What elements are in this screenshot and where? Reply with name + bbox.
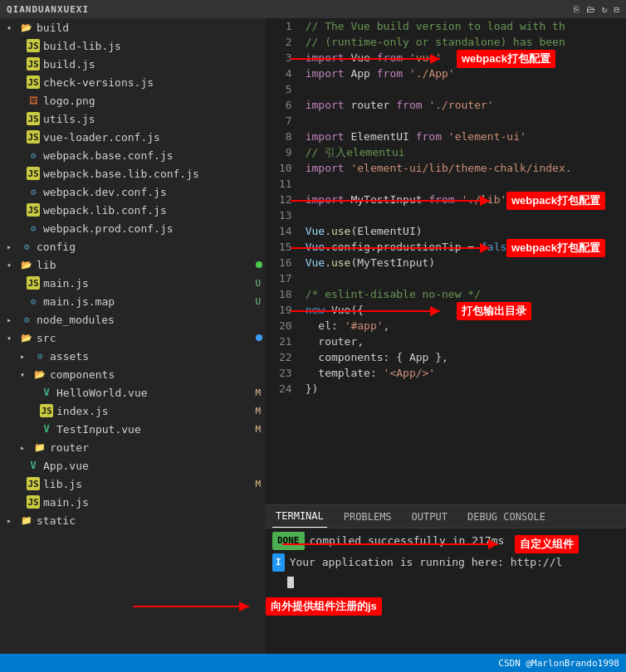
sidebar-item-webpack-base-lib[interactable]: JS webpack.base.lib.conf.js [0,164,266,183]
sidebar-item-utils[interactable]: JS utils.js [0,110,266,128]
js-icon: JS [27,130,40,144]
tab-output[interactable]: OUTPUT [408,505,451,528]
badge-u: U [255,296,261,307]
sidebar-item-check-versions[interactable]: JS check-versions.js [0,73,266,91]
terminal-area: TERMINAL PROBLEMS OUTPUT DEBUG CONSOLE D… [266,504,626,654]
code-line-9: // 引入elementui [306,144,619,160]
status-bar: CSDN @MarlonBrando1998 [0,654,626,672]
js-icon: JS [27,276,40,290]
code-line-14: Vue.use(ElementUI) [306,223,619,239]
code-line-21: router, [306,334,619,349]
sidebar-item-main-js-map[interactable]: ⚙ main.js.map U [0,292,266,310]
sidebar-item-index-js[interactable]: JS index.js M [0,402,266,420]
arrow-icon: ▸ [20,443,33,452]
sidebar-item-webpack-prod[interactable]: ⚙ webpack.prod.conf.js [0,219,266,237]
js-icon: JS [27,167,40,180]
tab-debug-console[interactable]: DEBUG CONSOLE [464,505,549,528]
js-icon: JS [27,75,40,89]
arrow-svg-1 [291,51,457,67]
new-file-icon[interactable]: ⎘ [574,4,580,15]
sidebar-item-webpack-lib[interactable]: JS webpack.lib.conf.js [0,201,266,219]
code-content: // The Vue build version to load with th… [299,18,626,504]
right-panel: 12345 678910 1112131415 1617181920 21222… [266,18,626,654]
sidebar-item-lib-js[interactable]: JS lib.js M [0,475,266,493]
annotation-label-5: 自定义组件 [515,535,579,553]
annotation-label-4: 打包输出目录 [457,302,531,320]
refresh-icon[interactable]: ↻ [602,4,608,15]
arrow-icon: ▾ [7,334,20,343]
conf-icon: ⚙ [20,240,33,253]
annotation-label-1: webpack打包配置 [457,50,555,68]
sidebar-item-webpack-base[interactable]: ⚙ webpack.base.conf.js [0,146,266,164]
code-line-10: import 'element-ui/lib/theme-chalk/index… [306,160,619,176]
sidebar-item-vue-loader[interactable]: JS vue-loader.conf.js [0,128,266,146]
annotation-5: 自定义组件 [282,535,579,553]
sidebar-item-main-js-src[interactable]: JS main.js [0,493,266,511]
terminal-line-2: I Your application is running here: http… [272,553,619,572]
code-line-18: /* eslint-disable no-new */ [306,286,619,302]
sidebar-item-components[interactable]: ▾ 📂 components [0,365,266,383]
folder-open-icon: 📂 [33,368,46,381]
sidebar-item-build-lib-js[interactable]: JS build-lib.js [0,37,266,55]
sidebar-item-assets[interactable]: ▸ ⚙ assets [0,347,266,365]
sidebar-item-label: webpack.prod.conf.js [43,222,266,235]
sidebar-item-logo[interactable]: 🖼 logo.png [0,91,266,110]
conf-icon: ⚙ [27,185,40,198]
tab-terminal[interactable]: TERMINAL [272,505,327,528]
sidebar-item-label: build.js [43,58,266,71]
folder-icon: 📁 [20,514,33,527]
code-line-2: // (runtime-only or standalone) has been [306,34,619,50]
sidebar-item-lib[interactable]: ▾ 📂 lib [0,256,266,274]
arrow-icon: ▸ [7,516,20,525]
sidebar-item-label: config [37,241,266,253]
sidebar-item-testinput[interactable]: V TestInput.vue M [0,420,266,438]
code-line-8: import ElementUI from 'element-ui' [306,129,619,144]
sidebar-item-label: utils.js [43,113,266,125]
annotation-label-3: webpack打包配置 [506,239,605,257]
sidebar-item-label: node_modules [37,314,266,326]
sidebar-item-src[interactable]: ▾ 📂 src [0,329,266,347]
badge-m: M [255,424,261,435]
sidebar-item-app-vue[interactable]: V App.vue [0,456,266,475]
arrow-icon: ▾ [20,370,33,379]
terminal-cursor-line [272,575,619,588]
tab-problems[interactable]: PROBLEMS [340,505,395,528]
code-line-1: // The Vue build version to load with th [306,18,619,34]
sidebar-item-label: lib.js [43,478,149,490]
sidebar-item-build[interactable]: ▾ 📂 build [0,18,266,37]
annotation-3: webpack打包配置 [291,239,605,257]
js-icon: JS [40,404,53,417]
folder-icon: 📁 [33,441,46,454]
status-bar-right: CSDN @MarlonBrando1998 [498,658,619,669]
sidebar-item-label: webpack.base.lib.conf.js [43,168,266,180]
img-icon: 🖼 [27,94,40,107]
sidebar-item-build-js[interactable]: JS build.js [0,55,266,73]
annotation-2: webpack打包配置 [291,192,605,210]
new-folder-icon[interactable]: 🗁 [586,4,595,15]
sidebar-item-label: check-versions.js [43,76,266,89]
map-icon: ⚙ [27,295,40,308]
arrow-icon: ▸ [7,242,20,251]
folder-open-icon: 📂 [20,258,33,271]
sidebar-item-config[interactable]: ▸ ⚙ config [0,237,266,256]
vue-icon: V [27,459,40,472]
sidebar-item-static[interactable]: ▸ 📁 static [0,511,266,529]
sidebar-item-node-modules[interactable]: ▸ ⚙ node_modules [0,310,266,329]
sidebar-item-router[interactable]: ▸ 📁 router [0,438,266,456]
arrow-svg-4 [291,303,457,319]
badge-m: M [255,479,261,489]
sidebar-item-label: main.js [43,496,266,509]
code-line-5 [306,81,619,97]
line-numbers: 12345 678910 1112131415 1617181920 21222… [266,18,299,504]
conf-icon: ⚙ [27,149,40,162]
sidebar-item-webpack-dev[interactable]: ⚙ webpack.dev.conf.js [0,183,266,201]
collapse-icon[interactable]: ⊟ [614,4,619,15]
code-line-11 [306,176,619,192]
sidebar-item-main-js-lib[interactable]: JS main.js U [0,274,266,292]
arrow-svg-2 [291,192,506,209]
sidebar-item-label: webpack.base.conf.js [43,149,266,162]
code-line-17 [306,270,619,286]
folder-open-icon: 📂 [20,21,33,34]
sidebar-item-helloworld[interactable]: V HelloWorld.vue M [0,383,266,402]
annotation-4: 打包输出目录 [291,302,531,320]
